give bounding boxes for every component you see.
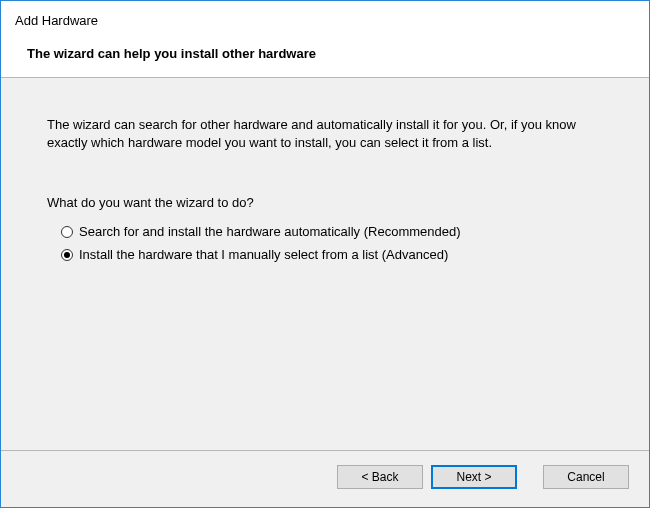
cancel-button[interactable]: Cancel (543, 465, 629, 489)
wizard-content: The wizard can search for other hardware… (1, 77, 649, 451)
option-label: Search for and install the hardware auto… (79, 224, 461, 239)
add-hardware-window: Add Hardware The wizard can help you ins… (0, 0, 650, 508)
wizard-description: The wizard can search for other hardware… (47, 116, 603, 151)
radio-icon (61, 249, 73, 261)
options-group: Search for and install the hardware auto… (61, 224, 603, 262)
back-button[interactable]: < Back (337, 465, 423, 489)
spacer (525, 465, 535, 489)
radio-icon (61, 226, 73, 238)
wizard-question: What do you want the wizard to do? (47, 195, 603, 210)
wizard-footer: < Back Next > Cancel (1, 451, 649, 507)
option-automatic[interactable]: Search for and install the hardware auto… (61, 224, 603, 239)
wizard-header: Add Hardware The wizard can help you ins… (1, 1, 649, 77)
wizard-subtitle: The wizard can help you install other ha… (27, 46, 635, 61)
next-button[interactable]: Next > (431, 465, 517, 489)
option-manual[interactable]: Install the hardware that I manually sel… (61, 247, 603, 262)
window-title: Add Hardware (15, 13, 635, 28)
option-label: Install the hardware that I manually sel… (79, 247, 448, 262)
